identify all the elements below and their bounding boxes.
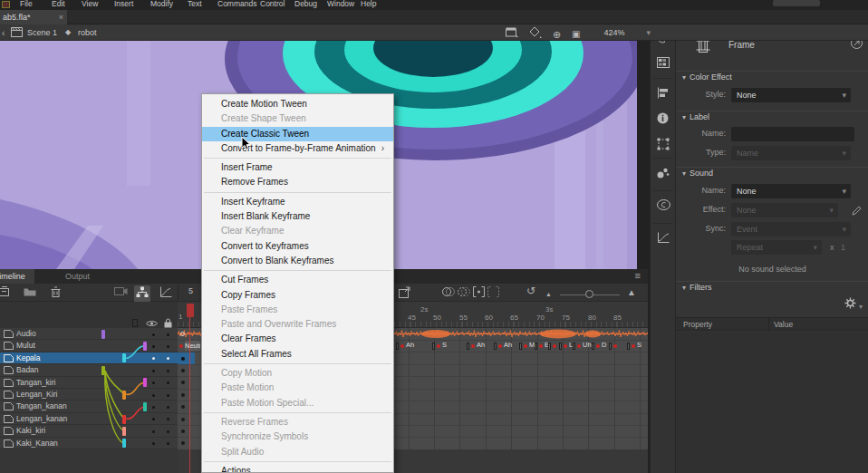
swatches-panel-icon[interactable] bbox=[657, 57, 670, 68]
menu-item-insert-blank-keyframe[interactable]: Insert Blank Keyframe bbox=[202, 209, 393, 224]
breadcrumb-scene[interactable]: Scene 1 bbox=[27, 24, 57, 41]
show-hide-eye-icon[interactable] bbox=[146, 320, 158, 327]
tab-timeline[interactable]: Timeline bbox=[0, 269, 34, 284]
menu-item-cut-frames[interactable]: Cut Frames bbox=[202, 273, 393, 287]
layer-parenting-wires bbox=[98, 328, 150, 449]
style-dropdown[interactable]: None ▾ bbox=[731, 88, 851, 102]
menu-item-copy-motion[interactable]: Copy Motion bbox=[202, 366, 393, 381]
menu-item-convert-to-blank-keyframes[interactable]: Convert to Blank Keyframes bbox=[202, 254, 393, 268]
section-sound[interactable]: ▾Sound bbox=[682, 169, 713, 178]
sound-repeat-dropdown[interactable]: Repeat ▾ bbox=[731, 240, 822, 255]
onion-skin-icon[interactable] bbox=[442, 286, 455, 297]
cc-libraries-panel-icon[interactable] bbox=[657, 199, 670, 210]
section-label[interactable]: ▾Label bbox=[682, 112, 709, 121]
layer-row-mulut[interactable]: Mulut bbox=[0, 340, 178, 352]
camera-icon[interactable] bbox=[114, 286, 128, 296]
graph-editor-icon[interactable] bbox=[159, 286, 172, 298]
edit-multiple-frames-icon[interactable] bbox=[473, 286, 485, 297]
close-tab-icon[interactable]: × bbox=[59, 10, 63, 24]
label-type-dropdown[interactable]: Name ▾ bbox=[731, 146, 851, 160]
user-account-button[interactable] bbox=[773, 0, 820, 6]
layer-row-tangan-kiri[interactable]: Tangan_kiri bbox=[0, 377, 178, 389]
symbol-icon: ◆ bbox=[65, 24, 71, 41]
layer-row-kaki-kanan[interactable]: Kaki_Kanan bbox=[0, 438, 178, 449]
label-name-input[interactable] bbox=[731, 127, 854, 141]
edit-sound-envelope-pencil-icon[interactable] bbox=[852, 206, 862, 216]
stage-zoom-select[interactable]: 424% ▾ bbox=[589, 26, 640, 39]
ruler-number: 45 bbox=[408, 314, 416, 322]
edit-symbols-icon[interactable] bbox=[529, 27, 542, 38]
publish-frames-icon[interactable] bbox=[399, 286, 411, 298]
menu-item-clear-frames[interactable]: Clear Frames bbox=[202, 332, 393, 346]
loop-playback-icon[interactable]: ↺ bbox=[526, 285, 535, 297]
history-graph-panel-icon[interactable] bbox=[657, 232, 670, 244]
timeline-zoom-slider-knob[interactable] bbox=[585, 290, 593, 298]
document-tab-bar: ab5.fla* × bbox=[0, 10, 868, 24]
sound-sync-dropdown[interactable]: Event ▾ bbox=[731, 222, 851, 236]
selected-frames[interactable] bbox=[178, 352, 195, 364]
collapse-triangle-icon: ▾ bbox=[682, 169, 686, 178]
menu-item-paste-motion-special[interactable]: Paste Motion Special... bbox=[202, 396, 393, 410]
align-panel-icon[interactable] bbox=[657, 87, 669, 99]
outline-color-column-icon[interactable] bbox=[132, 319, 138, 327]
ruler-start-number: 1 bbox=[178, 313, 182, 321]
menu-item-create-motion-tween[interactable]: Create Motion Tween bbox=[202, 97, 393, 111]
layer-row-kepala[interactable]: Kepala bbox=[0, 352, 178, 364]
layer-row-kaki-kiri[interactable]: Kaki_kiri bbox=[0, 425, 178, 437]
menu-item-remove-frames[interactable]: Remove Frames bbox=[202, 175, 393, 189]
menu-item-clear-keyframe[interactable]: Clear Keyframe bbox=[202, 224, 393, 238]
layer-parenting-icon[interactable] bbox=[134, 285, 150, 303]
document-tab[interactable]: ab5.fla* × bbox=[0, 10, 67, 24]
delete-layer-trash-icon[interactable] bbox=[51, 286, 61, 297]
breadcrumb-symbol[interactable]: robot bbox=[78, 24, 97, 41]
menu-item-paste-overwrite-frames[interactable]: Paste and Overwrite Frames bbox=[202, 317, 393, 332]
selection-type-title: Frame bbox=[728, 40, 755, 50]
menu-item-convert-to-keyframes[interactable]: Convert to Keyframes bbox=[202, 239, 393, 254]
sound-effect-dropdown[interactable]: None ▾ bbox=[731, 203, 838, 217]
menu-item-paste-frames[interactable]: Paste Frames bbox=[202, 303, 393, 317]
section-color-effect[interactable]: ▾Color Effect bbox=[682, 72, 732, 82]
clip-content-icon[interactable]: ▣ bbox=[572, 26, 580, 43]
menu-item-insert-frame[interactable]: Insert Frame bbox=[202, 160, 393, 175]
section-filters[interactable]: ▾Filters bbox=[682, 283, 712, 292]
layer-row-tangan-kanan[interactable]: Tangan_kanan bbox=[0, 401, 178, 412]
menu-item-convert-frame-by-frame[interactable]: Convert to Frame-by-Frame Animation › bbox=[202, 141, 393, 156]
info-panel-icon[interactable] bbox=[657, 112, 669, 124]
repeat-count-value[interactable]: 1 bbox=[841, 243, 845, 252]
tab-output[interactable]: Output bbox=[56, 269, 99, 284]
menu-item-select-all-frames[interactable]: Select All Frames bbox=[202, 347, 393, 362]
chevron-down-icon: ▾ bbox=[813, 240, 817, 255]
layer-row-lengan-kanan[interactable]: Lengan_kanan bbox=[0, 413, 178, 425]
menu-item-synchronize-symbols[interactable]: Synchronize Symbols bbox=[202, 430, 393, 444]
center-stage-icon[interactable]: ⊕ bbox=[553, 26, 561, 43]
modify-markers-icon[interactable] bbox=[487, 286, 499, 297]
onion-skin-outlines-icon[interactable] bbox=[458, 286, 470, 297]
timeline-zoom-out-icon[interactable]: ▲ bbox=[545, 288, 552, 301]
menu-item-reverse-frames[interactable]: Reverse Frames bbox=[202, 415, 393, 430]
value-column-header: Value bbox=[774, 318, 793, 332]
transform-panel-icon[interactable] bbox=[657, 138, 670, 150]
menu-item-split-audio[interactable]: Split Audio bbox=[202, 445, 393, 459]
menu-item-actions[interactable]: Actions bbox=[202, 464, 393, 473]
playhead-marker[interactable] bbox=[187, 304, 194, 317]
menu-item-create-shape-tween[interactable]: Create Shape Tween bbox=[202, 111, 393, 126]
edit-scene-icon[interactable] bbox=[506, 27, 518, 37]
menu-item-copy-frames[interactable]: Copy Frames bbox=[202, 288, 393, 303]
lock-column-icon[interactable] bbox=[164, 318, 172, 328]
menu-item-create-classic-tween[interactable]: Create Classic Tween bbox=[202, 127, 393, 141]
menu-item-insert-keyframe[interactable]: Insert Keyframe bbox=[202, 195, 393, 209]
layer-row-badan[interactable]: Badan bbox=[0, 364, 178, 376]
new-folder-icon[interactable] bbox=[24, 286, 36, 296]
back-icon[interactable]: ‹ bbox=[2, 25, 5, 42]
brush-library-panel-icon[interactable] bbox=[657, 167, 670, 179]
layer-row-audio[interactable]: Audio bbox=[0, 328, 178, 340]
timeline-panel-menu-icon[interactable]: ≡ bbox=[635, 270, 641, 281]
sound-name-dropdown[interactable]: None ▾ bbox=[731, 184, 851, 198]
filter-options-button[interactable]: ▾ bbox=[844, 297, 863, 311]
layer-row-lengan-kiri[interactable]: Lengan_Kiri bbox=[0, 389, 178, 401]
new-layer-icon[interactable] bbox=[0, 286, 10, 297]
ruler-seconds-2s: 2s bbox=[420, 305, 428, 314]
mouth-label: Neutr bbox=[185, 341, 200, 351]
timeline-zoom-in-icon[interactable]: ▲ bbox=[627, 286, 636, 299]
menu-item-paste-motion[interactable]: Paste Motion bbox=[202, 381, 393, 395]
